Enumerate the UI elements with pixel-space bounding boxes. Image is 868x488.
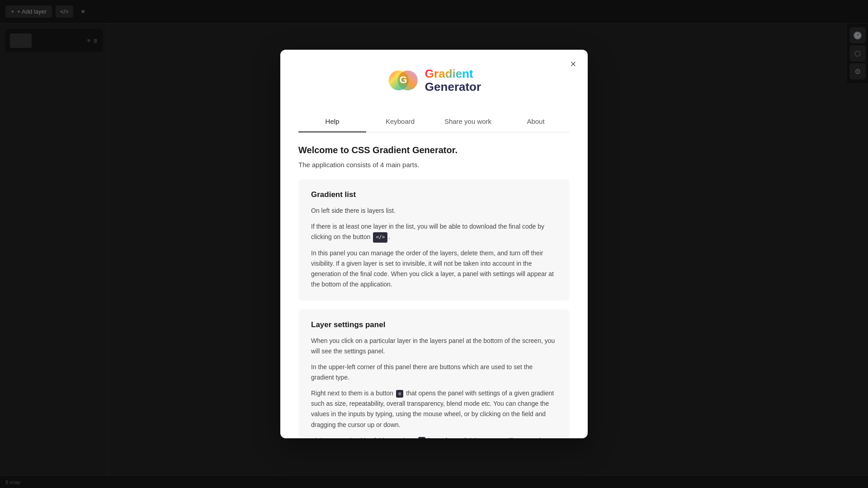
layer-settings-title: Layer settings panel — [311, 320, 557, 329]
tab-keyboard[interactable]: Keyboard — [366, 111, 434, 132]
svg-text:G: G — [399, 74, 407, 85]
tab-help[interactable]: Help — [298, 111, 366, 132]
layer-settings-section: Layer settings panel When you click on a… — [298, 310, 570, 438]
tab-share[interactable]: Share you work — [434, 111, 502, 132]
logo-text: Gradient Generator — [425, 67, 481, 93]
tab-about[interactable]: About — [502, 111, 570, 132]
layer-settings-para-2: In the upper-left corner of this panel t… — [311, 362, 557, 383]
layer-settings-para-1: When you click on a particular layer in … — [311, 336, 557, 357]
welcome-subtitle: The application consists of 4 main parts… — [298, 161, 570, 169]
layer-settings-para-4: Right next to the title of this panel ar… — [311, 436, 557, 438]
welcome-title: Welcome to CSS Gradient Generator. — [298, 145, 570, 155]
gradient-list-para-3: In this panel you can manage the order o… — [311, 248, 557, 290]
modal-overlay: × — [0, 0, 868, 488]
app-logo: G Gradient Generator — [387, 64, 481, 97]
modal-tabs: Help Keyboard Share you work About — [298, 111, 570, 132]
modal-close-button[interactable]: × — [566, 57, 580, 71]
menu-inline-btn: ≡ — [418, 437, 425, 438]
logo-gradient-word: Gradient — [425, 67, 481, 80]
gradient-list-para-1: On left side there is layers list. — [311, 206, 557, 216]
logo-generator-word: Generator — [425, 80, 481, 94]
modal-header: G Gradient Generator Help Keyboard Share… — [280, 50, 588, 132]
gradient-list-section: Gradient list On left side there is laye… — [298, 179, 570, 300]
modal-body: Welcome to CSS Gradient Generator. The a… — [280, 132, 588, 438]
logo-icon: G — [387, 64, 420, 97]
code-inline-btn: </> — [373, 232, 387, 242]
gradient-list-para-2: If there is at least one layer in the li… — [311, 221, 557, 242]
gradient-list-title: Gradient list — [311, 190, 557, 199]
layer-settings-para-3: Right next to them is a button ≡ that op… — [311, 388, 557, 430]
settings-panel-btn: ≡ — [396, 390, 403, 398]
close-icon: × — [571, 58, 576, 70]
help-modal: × — [280, 50, 588, 438]
